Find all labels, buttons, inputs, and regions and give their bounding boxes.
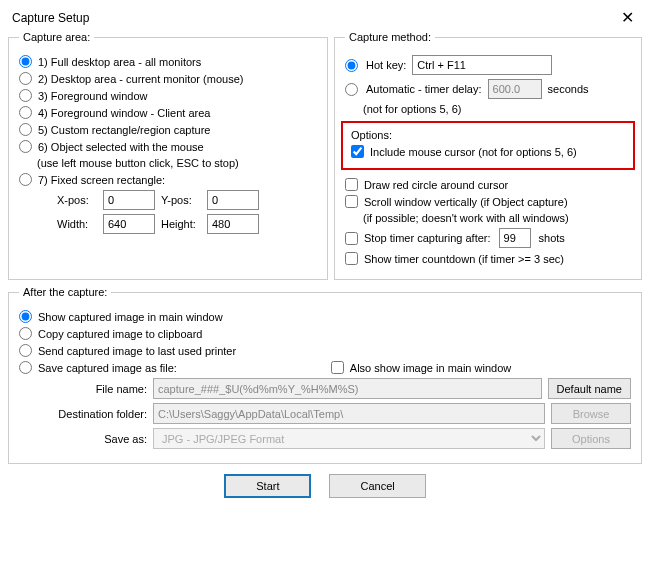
check-include-cursor[interactable] bbox=[351, 145, 364, 158]
capture-area-legend: Capture area: bbox=[19, 31, 94, 43]
cancel-button[interactable]: Cancel bbox=[329, 474, 425, 498]
height-input[interactable] bbox=[207, 214, 259, 234]
radio-automatic-timer[interactable] bbox=[345, 83, 358, 96]
capture-method-legend: Capture method: bbox=[345, 31, 435, 43]
radio-object-selected[interactable] bbox=[19, 140, 32, 153]
capture-method-group: Capture method: Hot key: Automatic - tim… bbox=[334, 31, 642, 280]
radio-send-printer[interactable] bbox=[19, 344, 32, 357]
check-draw-circle[interactable] bbox=[345, 178, 358, 191]
radio-custom-rectangle[interactable] bbox=[19, 123, 32, 136]
width-label: Width: bbox=[57, 218, 97, 230]
window-title: Capture Setup bbox=[12, 11, 89, 25]
ypos-label: Y-pos: bbox=[161, 194, 201, 206]
timer-delay-input[interactable] bbox=[488, 79, 542, 99]
default-name-button[interactable]: Default name bbox=[548, 378, 631, 399]
options-highlight: Options: Include mouse cursor (not for o… bbox=[341, 121, 635, 170]
check-also-show[interactable] bbox=[331, 361, 344, 374]
hotkey-input[interactable] bbox=[412, 55, 552, 75]
check-scroll-window[interactable] bbox=[345, 195, 358, 208]
options-button[interactable]: Options bbox=[551, 428, 631, 449]
xpos-label: X-pos: bbox=[57, 194, 97, 206]
titlebar: Capture Setup ✕ bbox=[0, 0, 650, 31]
filename-label: File name: bbox=[47, 383, 147, 395]
filename-input[interactable] bbox=[153, 378, 542, 399]
after-capture-legend: After the capture: bbox=[19, 286, 111, 298]
height-label: Height: bbox=[161, 218, 201, 230]
radio-full-desktop[interactable] bbox=[19, 55, 32, 68]
width-input[interactable] bbox=[103, 214, 155, 234]
save-as-label: Save as: bbox=[47, 433, 147, 445]
after-capture-group: After the capture: Show captured image i… bbox=[8, 286, 642, 464]
radio-save-file[interactable] bbox=[19, 361, 32, 374]
radio-foreground-window[interactable] bbox=[19, 89, 32, 102]
radio-show-main[interactable] bbox=[19, 310, 32, 323]
start-button[interactable]: Start bbox=[224, 474, 311, 498]
check-show-countdown[interactable] bbox=[345, 252, 358, 265]
dest-folder-label: Destination folder: bbox=[47, 408, 147, 420]
radio-foreground-client[interactable] bbox=[19, 106, 32, 119]
check-stop-timer[interactable] bbox=[345, 232, 358, 245]
options-label: Options: bbox=[351, 129, 625, 141]
radio-current-monitor[interactable] bbox=[19, 72, 32, 85]
save-as-select[interactable]: JPG - JPG/JPEG Format bbox=[153, 428, 545, 449]
capture-area-group: Capture area: 1) Full desktop area - all… bbox=[8, 31, 328, 280]
radio-hotkey[interactable] bbox=[345, 59, 358, 72]
dest-folder-input[interactable] bbox=[153, 403, 545, 424]
browse-button[interactable]: Browse bbox=[551, 403, 631, 424]
ypos-input[interactable] bbox=[207, 190, 259, 210]
radio-fixed-rectangle[interactable] bbox=[19, 173, 32, 186]
close-icon[interactable]: ✕ bbox=[617, 8, 638, 27]
xpos-input[interactable] bbox=[103, 190, 155, 210]
radio-copy-clipboard[interactable] bbox=[19, 327, 32, 340]
shots-input[interactable] bbox=[499, 228, 531, 248]
